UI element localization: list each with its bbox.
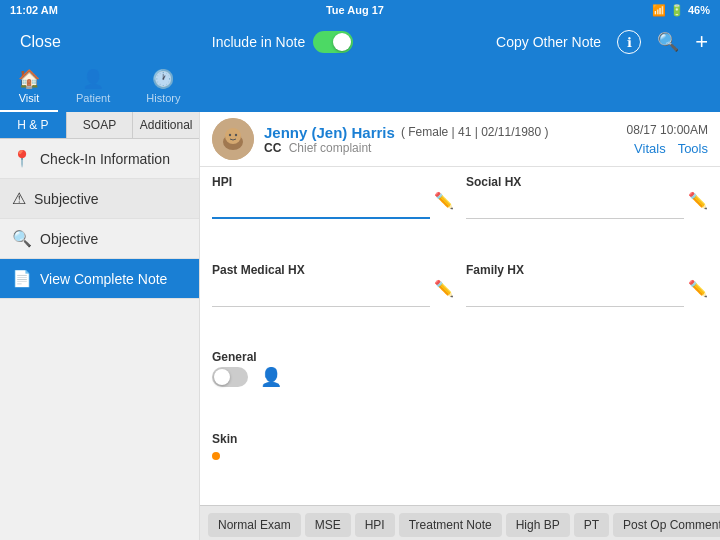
sidebar-item-history[interactable]: 🕐 History xyxy=(128,64,198,112)
tab-post-op[interactable]: Post Op Comments xyxy=(613,513,720,537)
search-icon: 🔍 xyxy=(12,229,32,248)
sidebar-objective[interactable]: 🔍 Objective xyxy=(0,219,199,259)
general-label: General xyxy=(212,350,708,364)
time: 11:02 AM xyxy=(10,4,58,16)
status-right: 📶 🔋 46% xyxy=(652,4,710,17)
sidebar-item-visit[interactable]: 🏠 Visit xyxy=(0,64,58,112)
include-note-control: Include in Note xyxy=(212,31,353,53)
general-toggle[interactable] xyxy=(212,367,248,387)
sidebar-item-patient[interactable]: 👤 Patient xyxy=(58,64,128,112)
search-icon[interactable]: 🔍 xyxy=(657,31,679,53)
hpi-edit-icon[interactable]: ✏️ xyxy=(434,191,454,210)
patient-cc: CC Chief complaint xyxy=(264,141,549,155)
tab-hp[interactable]: H & P xyxy=(0,112,67,138)
tab-mse[interactable]: MSE xyxy=(305,513,351,537)
sidebar: H & P SOAP Additional 📍 Check-In Informa… xyxy=(0,112,200,540)
status-day: Tue Aug 17 xyxy=(326,4,384,16)
general-person-icon: 👤 xyxy=(260,366,282,388)
vitals-button[interactable]: Vitals xyxy=(634,141,666,156)
sub-nav: 🏠 Visit 👤 Patient 🕐 History xyxy=(0,64,720,112)
tools-button[interactable]: Tools xyxy=(678,141,708,156)
add-icon[interactable]: + xyxy=(695,29,708,55)
hpi-input[interactable] xyxy=(212,191,430,219)
family-hx-edit-icon[interactable]: ✏️ xyxy=(688,279,708,298)
history-icon: 🕐 xyxy=(152,68,174,90)
social-hx-input[interactable] xyxy=(466,191,684,219)
tab-hpi[interactable]: HPI xyxy=(355,513,395,537)
hpi-field: HPI ✏️ xyxy=(212,175,454,257)
content-area: Jenny (Jen) Harris ( Female | 41 | 02/11… xyxy=(200,112,720,540)
patient-avatar xyxy=(212,118,254,160)
tab-additional[interactable]: Additional xyxy=(133,112,199,138)
info-icon[interactable]: ℹ xyxy=(617,30,641,54)
main-layout: H & P SOAP Additional 📍 Check-In Informa… xyxy=(0,112,720,540)
past-medical-hx-field: Past Medical HX ✏️ xyxy=(212,263,454,345)
skin-field: Skin xyxy=(212,432,708,498)
tab-treatment-note[interactable]: Treatment Note xyxy=(399,513,502,537)
patient-name[interactable]: Jenny (Jen) Harris xyxy=(264,124,395,141)
location-icon: 📍 xyxy=(12,149,32,168)
patient-details: Jenny (Jen) Harris ( Female | 41 | 02/11… xyxy=(264,124,549,155)
sidebar-items: 📍 Check-In Information ⚠ Subjective 🔍 Ob… xyxy=(0,139,199,540)
sidebar-subjective[interactable]: ⚠ Subjective xyxy=(0,179,199,219)
tab-high-bp[interactable]: High BP xyxy=(506,513,570,537)
social-hx-edit-icon[interactable]: ✏️ xyxy=(688,191,708,210)
include-note-toggle[interactable] xyxy=(313,31,353,53)
family-hx-input[interactable] xyxy=(466,279,684,307)
past-medical-hx-label: Past Medical HX xyxy=(212,263,454,277)
top-bar: Close Include in Note Copy Other Note ℹ … xyxy=(0,20,720,64)
status-time: 11:02 AM xyxy=(10,4,58,16)
patient-datetime: 08/17 10:00AM xyxy=(627,123,708,137)
tab-normal-exam[interactable]: Normal Exam xyxy=(208,513,301,537)
family-hx-field: Family HX ✏️ xyxy=(466,263,708,345)
past-medical-hx-edit-icon[interactable]: ✏️ xyxy=(434,279,454,298)
svg-point-3 xyxy=(229,134,231,136)
general-field: General 👤 xyxy=(212,350,708,426)
social-hx-field: Social HX ✏️ xyxy=(466,175,708,257)
family-hx-label: Family HX xyxy=(466,263,708,277)
sidebar-tabs: H & P SOAP Additional xyxy=(0,112,199,139)
patient-date-controls: 08/17 10:00AM Vitals Tools xyxy=(627,123,708,156)
sidebar-view-complete[interactable]: 📄 View Complete Note xyxy=(0,259,199,299)
top-right-controls: Copy Other Note ℹ 🔍 + xyxy=(496,29,708,55)
skin-label: Skin xyxy=(212,432,708,446)
social-hx-label: Social HX xyxy=(466,175,708,189)
patient-info: Jenny (Jen) Harris ( Female | 41 | 02/11… xyxy=(212,118,549,160)
sidebar-checkin[interactable]: 📍 Check-In Information xyxy=(0,139,199,179)
bottom-tabs: Normal Exam MSE HPI Treatment Note High … xyxy=(200,505,720,540)
svg-point-4 xyxy=(235,134,237,136)
patient-actions: Vitals Tools xyxy=(634,141,708,156)
alert-icon: ⚠ xyxy=(12,189,26,208)
past-medical-hx-input[interactable] xyxy=(212,279,430,307)
document-icon: 📄 xyxy=(12,269,32,288)
tab-soap[interactable]: SOAP xyxy=(67,112,134,138)
skin-indicator xyxy=(212,452,220,460)
copy-note-button[interactable]: Copy Other Note xyxy=(496,34,601,50)
patient-icon: 👤 xyxy=(82,68,104,90)
visit-icon: 🏠 xyxy=(18,68,40,90)
note-fields: HPI ✏️ Social HX ✏️ Past Medical HX xyxy=(200,167,720,505)
include-note-label: Include in Note xyxy=(212,34,305,50)
hpi-label: HPI xyxy=(212,175,454,189)
patient-meta: ( Female | 41 | 02/11/1980 ) xyxy=(401,125,549,139)
tab-pt[interactable]: PT xyxy=(574,513,609,537)
svg-point-2 xyxy=(225,128,241,144)
status-bar: 11:02 AM Tue Aug 17 📶 🔋 46% xyxy=(0,0,720,20)
close-button[interactable]: Close xyxy=(12,29,69,55)
patient-header: Jenny (Jen) Harris ( Female | 41 | 02/11… xyxy=(200,112,720,167)
